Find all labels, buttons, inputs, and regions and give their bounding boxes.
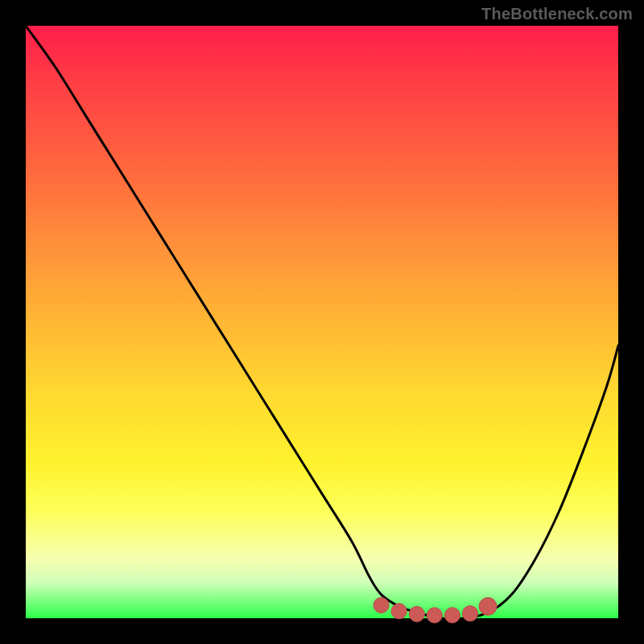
marker-dot (391, 604, 407, 619)
marker-dot (374, 597, 389, 613)
plot-area (26, 26, 618, 618)
bottleneck-curve (26, 26, 618, 619)
curve-svg (26, 26, 618, 618)
marker-dot (479, 597, 497, 615)
marker-dot (462, 606, 477, 621)
chart-frame: TheBottleneck.com (0, 0, 644, 644)
watermark-text: TheBottleneck.com (481, 5, 633, 23)
marker-dot (409, 606, 424, 621)
marker-dot (444, 608, 460, 623)
marker-dot (427, 608, 442, 623)
